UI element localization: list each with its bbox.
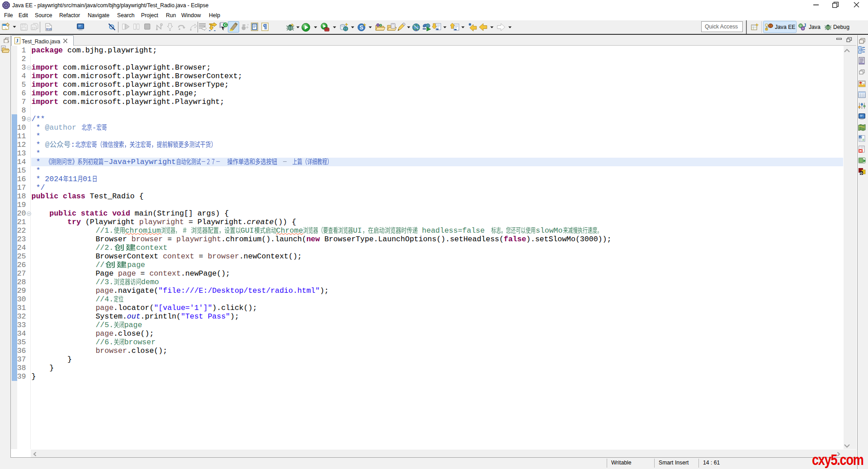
svg-text:C: C <box>224 22 227 27</box>
svg-text:S: S <box>360 24 363 31</box>
svg-text:J: J <box>803 23 806 28</box>
svg-text:G: G <box>860 172 863 175</box>
svg-text:010: 010 <box>46 27 52 31</box>
svg-text:J: J <box>16 38 19 43</box>
